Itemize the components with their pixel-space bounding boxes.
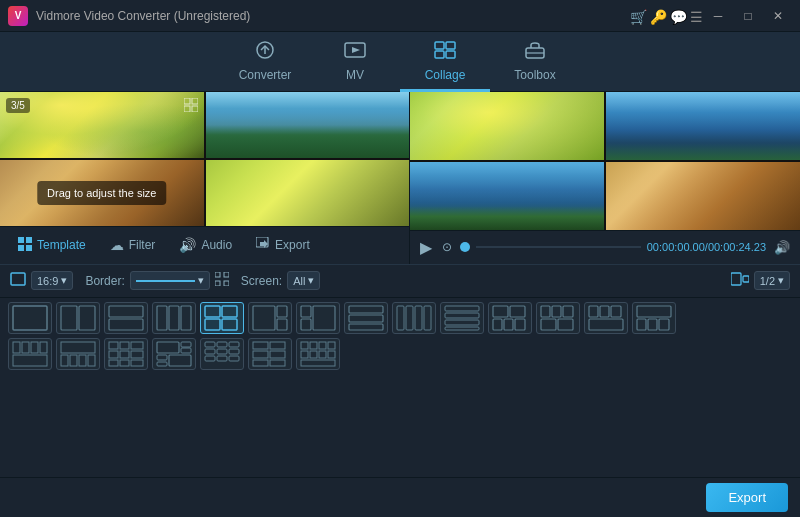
svg-rect-69 [648, 319, 657, 330]
progress-bar[interactable] [476, 246, 641, 248]
svg-rect-41 [313, 306, 335, 330]
border-grid-icon [215, 272, 229, 289]
filter-button[interactable]: ☁ Filter [100, 233, 166, 257]
video-cell-3[interactable]: Drag to adjust the size [0, 160, 204, 226]
stop-button[interactable]: ⊙ [440, 238, 454, 256]
svg-rect-47 [415, 306, 422, 330]
close-button[interactable]: ✕ [764, 6, 792, 26]
tab-converter[interactable]: Converter [220, 32, 310, 92]
minimize-button[interactable]: ─ [704, 6, 732, 26]
template-3-1[interactable] [584, 302, 628, 334]
export-button[interactable]: Export [706, 483, 788, 512]
progress-indicator[interactable] [460, 242, 470, 252]
template-big-2[interactable] [248, 302, 292, 334]
svg-rect-109 [253, 360, 268, 366]
border-label: Border: [85, 274, 124, 288]
svg-rect-39 [301, 306, 311, 317]
video-cell-1[interactable]: 3/5 [0, 92, 204, 158]
svg-rect-23 [743, 276, 749, 282]
svg-rect-107 [253, 351, 268, 358]
volume-button[interactable]: 🔊 [772, 238, 792, 257]
svg-rect-58 [541, 306, 550, 317]
template-r2-2[interactable] [56, 338, 100, 370]
svg-rect-60 [563, 306, 573, 317]
border-select[interactable]: ▾ [130, 271, 210, 290]
svg-rect-83 [131, 342, 143, 349]
video-cell-2[interactable] [206, 92, 410, 158]
video-cell-4[interactable] [206, 160, 410, 226]
template-4vert[interactable] [392, 302, 436, 334]
svg-rect-102 [205, 356, 215, 361]
template-3-2[interactable] [536, 302, 580, 334]
svg-rect-14 [18, 245, 24, 251]
cart-icon[interactable]: 🛒 [626, 9, 640, 23]
cell-badge: 3/5 [6, 98, 30, 113]
template-3col-narrow[interactable] [152, 302, 196, 334]
svg-rect-5 [446, 51, 455, 58]
audio-button[interactable]: 🔊 Audio [169, 233, 242, 257]
svg-rect-32 [205, 306, 220, 317]
template-r2-1[interactable] [8, 338, 52, 370]
svg-rect-114 [328, 342, 335, 349]
svg-rect-9 [192, 98, 198, 104]
template-4row[interactable] [440, 302, 484, 334]
svg-rect-85 [120, 351, 129, 358]
key-icon[interactable]: 🔑 [646, 9, 660, 23]
template-r2-3[interactable] [104, 338, 148, 370]
svg-rect-88 [120, 360, 129, 366]
template-3row[interactable] [344, 302, 388, 334]
svg-rect-77 [61, 355, 68, 366]
template-r2-5[interactable] [200, 338, 244, 370]
template-2-3[interactable] [488, 302, 532, 334]
svg-rect-62 [558, 319, 573, 330]
svg-rect-98 [229, 342, 239, 347]
maximize-button[interactable]: □ [734, 6, 762, 26]
svg-rect-74 [40, 342, 47, 353]
svg-rect-92 [181, 348, 191, 353]
svg-rect-94 [157, 362, 167, 366]
svg-rect-89 [131, 360, 143, 366]
svg-rect-30 [169, 306, 179, 330]
template-1-3[interactable] [632, 302, 676, 334]
template-button[interactable]: Template [8, 233, 96, 258]
tab-collage[interactable]: Collage [400, 32, 490, 92]
template-2row[interactable] [104, 302, 148, 334]
svg-rect-112 [310, 342, 317, 349]
tab-toolbox[interactable]: Toolbox [490, 32, 580, 92]
export-area: Export [0, 477, 800, 517]
svg-rect-65 [611, 306, 621, 317]
svg-rect-66 [589, 319, 623, 330]
template-r2-7[interactable] [296, 338, 340, 370]
app-title: Vidmore Video Converter (Unregistered) [36, 9, 626, 23]
settings-bar: 16:9 ▾ Border: ▾ Screen: All ▾ [0, 264, 800, 298]
aspect-ratio-select[interactable]: 16:9 ▾ [31, 271, 73, 290]
ratio-select[interactable]: 1/2 ▾ [754, 271, 790, 290]
drag-hint: Drag to adjust the size [37, 181, 166, 205]
template-r2-4[interactable] [152, 338, 196, 370]
svg-rect-38 [277, 319, 287, 330]
screen-select[interactable]: All ▾ [287, 271, 320, 290]
template-2x2[interactable] [200, 302, 244, 334]
export-toolbar-button[interactable]: Export [246, 233, 320, 258]
template-single[interactable] [8, 302, 52, 334]
collage-icon [433, 39, 457, 64]
template-2col[interactable] [56, 302, 100, 334]
menu-icon[interactable]: ☰ [686, 9, 700, 23]
tab-mv-label: MV [346, 68, 364, 82]
svg-rect-90 [157, 342, 179, 353]
play-button[interactable]: ▶ [418, 236, 434, 259]
tab-converter-label: Converter [239, 68, 292, 82]
svg-rect-37 [277, 306, 287, 317]
ratio-icon [731, 272, 749, 289]
ratio-group: 1/2 ▾ [731, 271, 790, 290]
tab-mv[interactable]: MV [310, 32, 400, 92]
aspect-icon [10, 272, 26, 289]
svg-rect-25 [61, 306, 77, 330]
svg-rect-97 [217, 342, 227, 347]
template-2-big[interactable] [296, 302, 340, 334]
chat-icon[interactable]: 💬 [666, 9, 680, 23]
aspect-ratio-group: 16:9 ▾ [10, 271, 73, 290]
svg-rect-51 [445, 320, 479, 325]
template-r2-6[interactable] [248, 338, 292, 370]
svg-rect-56 [504, 319, 513, 330]
